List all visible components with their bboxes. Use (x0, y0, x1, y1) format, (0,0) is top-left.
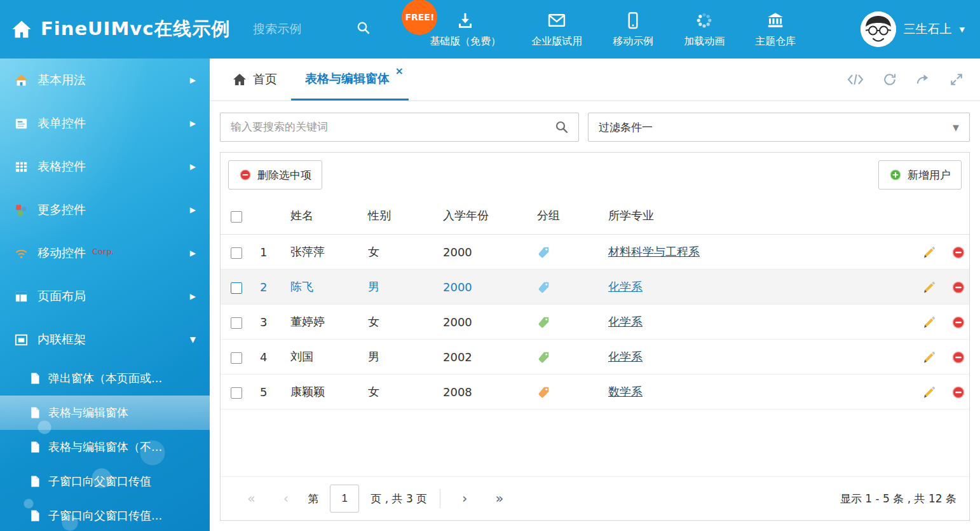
nav-label: 企业版试用 (531, 35, 582, 48)
cell-name: 陈飞 (287, 270, 364, 305)
corp-badge: Corp. (92, 247, 114, 256)
major-link[interactable]: 化学系 (608, 280, 643, 293)
next-page-button[interactable]: › (448, 492, 481, 506)
sidebar-subitem-label: 弹出窗体（本页面或... (48, 371, 162, 386)
sidebar-subitem[interactable]: 子窗口向父窗口传值 (0, 464, 210, 499)
major-link[interactable]: 数学系 (608, 385, 643, 398)
app-window: FineUIMvc在线示例 FREE!基础版（免费）企业版试用移动示例加载动画主… (0, 0, 980, 531)
col-year: 入学年份 (439, 197, 533, 235)
major-link[interactable]: 材料科学与工程系 (608, 245, 700, 258)
source-code-icon[interactable] (847, 73, 864, 86)
chevron-right-icon: ▶ (190, 162, 196, 171)
table-row[interactable]: 1张萍萍女2000材料科学与工程系 (221, 235, 969, 270)
nav-label: 主题仓库 (755, 35, 796, 48)
sidebar-subitem[interactable]: 表格与编辑窗体 (0, 396, 210, 430)
row-checkbox[interactable] (231, 282, 242, 294)
sidebar-item[interactable]: 页面布局▶ (0, 275, 210, 318)
top-nav-item[interactable]: 移动示例 (613, 11, 653, 48)
refresh-icon[interactable] (883, 72, 897, 86)
filter-dropdown[interactable]: 过滤条件一 ▼ (588, 113, 970, 142)
sidebar-item[interactable]: 表格控件▶ (0, 145, 210, 188)
delete-row-icon[interactable] (951, 245, 965, 259)
tab-tools (847, 59, 963, 100)
edit-icon[interactable] (922, 385, 936, 399)
top-nav-item[interactable]: 企业版试用 (531, 11, 582, 48)
delete-row-icon[interactable] (951, 280, 965, 294)
user-menu[interactable]: 三生石上 ▼ (861, 11, 965, 47)
cell-year: 2008 (439, 375, 533, 410)
tab-grid-edit-window[interactable]: 表格与编辑窗体 × (291, 59, 409, 100)
cell-gender: 女 (364, 375, 439, 410)
page-number-input[interactable] (330, 485, 359, 513)
sidebar-subitem[interactable]: 子窗口向父窗口传值... (0, 499, 210, 531)
bank-icon (766, 11, 785, 30)
sidebar-item[interactable]: 移动控件Corp.▶ (0, 231, 210, 275)
col-gender: 性别 (364, 197, 439, 235)
grid-toolbar: 删除选中项 新增用户 (221, 153, 969, 197)
fullscreen-icon[interactable] (949, 72, 963, 86)
delete-row-icon[interactable] (951, 385, 965, 399)
prev-page-button[interactable]: ‹ (269, 492, 303, 506)
home-icon (14, 73, 29, 88)
header-search-input[interactable] (252, 22, 350, 37)
sidebar-subitem[interactable]: 表格与编辑窗体（不... (0, 430, 210, 464)
table-row[interactable]: 2陈飞男2000化学系 (221, 270, 969, 305)
sidebar-item[interactable]: 基本用法▶ (0, 59, 210, 102)
record-summary: 显示 1 - 5 条 , 共 12 条 (840, 492, 956, 506)
last-page-button[interactable]: » (482, 492, 518, 506)
signal-icon (14, 246, 29, 261)
first-page-button[interactable]: « (233, 492, 269, 506)
sidebar-subitem[interactable]: 弹出窗体（本页面或... (0, 361, 210, 396)
tag-icon (537, 315, 601, 329)
major-link[interactable]: 化学系 (608, 350, 643, 363)
sidebar-item[interactable]: 表单控件▶ (0, 102, 210, 145)
file-icon (29, 509, 41, 522)
top-nav-item[interactable]: FREE!基础版（免费） (430, 11, 501, 48)
sidebar-item[interactable]: 内联框架▼ (0, 318, 210, 361)
sidebar-subitem-label: 子窗口向父窗口传值... (48, 508, 162, 523)
row-checkbox[interactable] (231, 387, 242, 399)
col-major: 所学专业 (604, 197, 880, 235)
cell-gender: 男 (364, 340, 439, 375)
search-icon[interactable] (554, 120, 569, 135)
edit-icon[interactable] (922, 315, 936, 329)
close-icon[interactable]: × (395, 66, 404, 76)
cubes-icon (14, 203, 29, 217)
row-number: 1 (256, 235, 287, 270)
row-checkbox[interactable] (231, 317, 242, 329)
sidebar-subitem-label: 子窗口向父窗口传值 (48, 474, 151, 489)
delete-row-icon[interactable] (951, 315, 965, 329)
search-icon[interactable] (356, 20, 371, 38)
col-name: 姓名 (287, 197, 364, 235)
edit-icon[interactable] (922, 245, 936, 259)
cell-name: 康颖颖 (287, 375, 364, 410)
delete-selected-button[interactable]: 删除选中项 (228, 160, 322, 190)
row-number: 3 (256, 305, 287, 340)
sidebar-item[interactable]: 更多控件▶ (0, 188, 210, 231)
tag-icon (537, 385, 601, 399)
add-user-button[interactable]: 新增用户 (878, 160, 962, 190)
edit-icon[interactable] (922, 350, 936, 364)
user-table-body: 1张萍萍女2000材料科学与工程系2陈飞男2000化学系3董婷婷女2000化学系… (221, 235, 969, 410)
row-checkbox[interactable] (231, 352, 242, 364)
row-checkbox[interactable] (231, 247, 242, 259)
top-nav: FREE!基础版（免费）企业版试用移动示例加载动画主题仓库 (430, 11, 796, 48)
select-all-checkbox[interactable] (231, 211, 242, 223)
delete-row-icon[interactable] (951, 350, 965, 364)
user-name: 三生石上 (904, 21, 952, 38)
open-new-window-icon[interactable] (916, 72, 930, 86)
table-row[interactable]: 5康颖颖女2008数学系 (221, 375, 969, 410)
cell-name: 董婷婷 (287, 305, 364, 340)
table-row[interactable]: 3董婷婷女2000化学系 (221, 305, 969, 340)
edit-icon[interactable] (922, 280, 936, 294)
major-link[interactable]: 化学系 (608, 315, 643, 328)
top-nav-item[interactable]: 主题仓库 (755, 11, 796, 48)
tab-home[interactable]: 首页 (219, 59, 291, 100)
table-row[interactable]: 4刘国男2002化学系 (221, 340, 969, 375)
top-nav-item[interactable]: 加载动画 (684, 11, 725, 48)
keyword-search-input[interactable] (229, 120, 554, 134)
nav-label: 加载动画 (684, 35, 725, 48)
chevron-down-icon: ▼ (190, 335, 196, 344)
filter-row: 过滤条件一 ▼ (210, 101, 980, 152)
brand[interactable]: FineUIMvc在线示例 (11, 17, 230, 42)
